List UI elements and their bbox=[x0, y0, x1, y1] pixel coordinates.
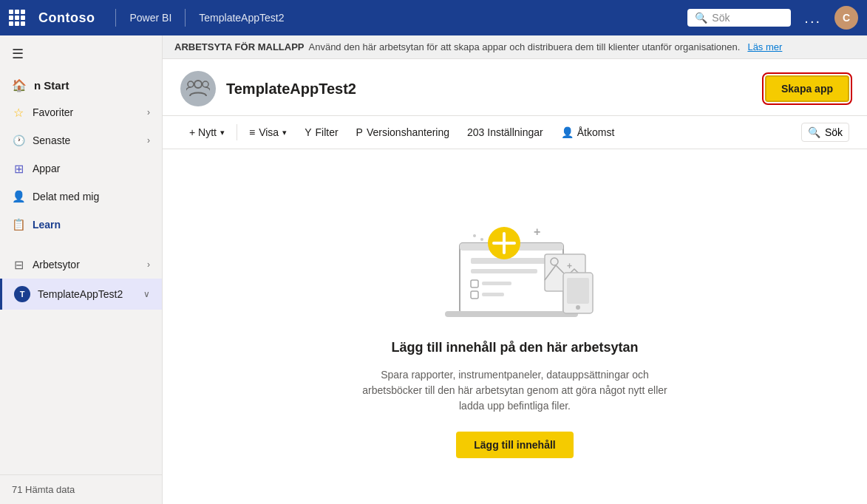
chevron-down-new-icon: ▾ bbox=[220, 128, 225, 137]
svg-rect-10 bbox=[482, 293, 504, 296]
workspace-header: TemplateAppTest2 Skapa app bbox=[163, 59, 867, 116]
chevron-right-favorites: › bbox=[147, 107, 150, 118]
sidebar-home-title: 🏠 n Start bbox=[0, 72, 162, 98]
toolbar-version-label: Versionshantering bbox=[367, 126, 449, 138]
sidebar-toggle-icon[interactable]: ☰ bbox=[0, 35, 162, 72]
toolbar-new-button[interactable]: + Nytt ▾ bbox=[180, 122, 234, 143]
sidebar-label-apps: Appar bbox=[33, 163, 60, 174]
svg-rect-5 bbox=[471, 258, 552, 264]
banner: ARBETSYTA FÖR MALLAPP Använd den här arb… bbox=[163, 35, 867, 59]
center-empty-state: + + Lägg till innehåll på den här arbets… bbox=[163, 149, 867, 504]
svg-rect-9 bbox=[482, 282, 511, 285]
sidebar-label-shared: Delat med mig bbox=[33, 191, 99, 202]
svg-point-16 bbox=[576, 305, 580, 310]
toolbar-access-button[interactable]: 👤 Åtkomst bbox=[552, 122, 624, 143]
version-icon: P bbox=[356, 126, 363, 138]
sidebar-item-apps[interactable]: ⊞ Appar bbox=[0, 154, 162, 183]
view-icon: ≡ bbox=[249, 126, 255, 138]
banner-text: Använd den här arbetsytan för att skapa … bbox=[309, 41, 741, 52]
sidebar-item-template[interactable]: T TemplateAppTest2 ∨ bbox=[0, 279, 162, 310]
template-icon: T bbox=[14, 286, 30, 302]
empty-state-title: Lägg till innehåll på den här arbetsytan bbox=[391, 340, 638, 355]
banner-link[interactable]: Läs mer bbox=[747, 41, 782, 52]
topnav-divider2 bbox=[185, 9, 186, 27]
toolbar-settings-label: 203 Inställningar bbox=[467, 126, 543, 138]
svg-point-2 bbox=[188, 81, 194, 87]
workspace-title: TemplateAppTest2 bbox=[226, 81, 356, 98]
toolbar-settings-button[interactable]: 203 Inställningar bbox=[458, 122, 552, 143]
get-data-label: 71 Hämta data bbox=[12, 484, 75, 495]
empty-state-description: Spara rapporter, instrumentpaneler, data… bbox=[360, 367, 670, 414]
toolbar-filter-button[interactable]: Y Filter bbox=[296, 122, 347, 143]
learn-icon: 📋 bbox=[12, 218, 25, 231]
toolbar-search-box[interactable]: 🔍 Sök bbox=[801, 123, 849, 142]
svg-rect-6 bbox=[471, 269, 537, 273]
svg-text:+: + bbox=[534, 225, 540, 238]
illustration: + + bbox=[419, 195, 611, 328]
topnav-search-placeholder: Sök bbox=[712, 12, 730, 24]
sidebar-item-recent[interactable]: 🕐 Senaste › bbox=[0, 126, 162, 154]
svg-rect-7 bbox=[471, 280, 478, 287]
topnav-search-box[interactable]: 🔍 Sök bbox=[687, 9, 791, 27]
workspace-avatar bbox=[180, 71, 216, 106]
access-icon: 👤 bbox=[561, 126, 574, 138]
toolbar-divider-1 bbox=[237, 124, 237, 140]
toolbar-version-button[interactable]: P Versionshantering bbox=[347, 122, 458, 143]
toolbar: + Nytt ▾ ≡ Visa ▾ Y Filter P Versionshan… bbox=[163, 116, 867, 149]
sidebar-label-learn: Learn bbox=[33, 219, 61, 231]
toolbar-filter-label: Filter bbox=[315, 126, 338, 138]
svg-point-1 bbox=[203, 81, 208, 87]
filter-icon: Y bbox=[305, 126, 311, 138]
workspace-name: TemplateAppTest2 bbox=[199, 12, 284, 24]
chevron-right-workspaces: › bbox=[147, 259, 150, 270]
main-content: ARBETSYTA FÖR MALLAPP Använd den här arb… bbox=[163, 35, 867, 504]
toolbar-view-label: Visa bbox=[259, 126, 279, 138]
toolbar-search-icon: 🔍 bbox=[808, 126, 820, 138]
svg-point-23 bbox=[473, 234, 476, 237]
svg-text:+: + bbox=[567, 261, 572, 271]
app-layout: ☰ 🏠 n Start ☆ Favoriter › 🕐 Senaste › ⊞ … bbox=[0, 35, 867, 504]
sidebar-item-workspaces[interactable]: ⊟ Arbetsytor › bbox=[0, 251, 162, 279]
chevron-down-view-icon: ▾ bbox=[282, 128, 287, 137]
toolbar-view-button[interactable]: ≡ Visa ▾ bbox=[240, 122, 296, 143]
apps-icon: ⊞ bbox=[12, 162, 25, 175]
sidebar-label-workspaces: Arbetsytor bbox=[33, 259, 80, 270]
chevron-right-recent: › bbox=[147, 135, 150, 146]
sidebar-label-favorites: Favoriter bbox=[33, 106, 73, 118]
topnav: Contoso Power BI TemplateAppTest2 🔍 Sök … bbox=[0, 0, 867, 35]
waffle-menu-icon[interactable] bbox=[9, 10, 25, 26]
favorites-icon: ☆ bbox=[12, 106, 25, 119]
home-icon: 🏠 bbox=[12, 78, 27, 92]
topnav-avatar[interactable]: C bbox=[834, 6, 858, 30]
topnav-search-icon: 🔍 bbox=[695, 12, 707, 24]
toolbar-search-label: Sök bbox=[825, 126, 843, 138]
svg-point-0 bbox=[194, 81, 202, 88]
sidebar-bottom: 71 Hämta data bbox=[0, 474, 162, 504]
sidebar-item-learn[interactable]: 📋 Learn bbox=[0, 211, 162, 239]
sidebar-item-shared[interactable]: 👤 Delat med mig bbox=[0, 183, 162, 211]
service-name: Power BI bbox=[129, 12, 171, 24]
toolbar-access-label: Åtkomst bbox=[577, 126, 615, 138]
skapa-app-button[interactable]: Skapa app bbox=[765, 75, 849, 102]
svg-rect-8 bbox=[471, 291, 478, 299]
lagg-till-button[interactable]: Lägg till innehåll bbox=[456, 432, 573, 458]
shared-icon: 👤 bbox=[12, 190, 25, 203]
toolbar-new-label: + Nytt bbox=[189, 126, 217, 138]
svg-point-22 bbox=[480, 238, 483, 241]
sidebar-label-recent: Senaste bbox=[33, 134, 70, 146]
sidebar-item-favorites[interactable]: ☆ Favoriter › bbox=[0, 98, 162, 126]
topnav-more-button[interactable]: ... bbox=[798, 7, 827, 30]
recent-icon: 🕐 bbox=[12, 134, 25, 147]
sidebar-label-template: TemplateAppTest2 bbox=[38, 288, 123, 300]
sidebar: ☰ 🏠 n Start ☆ Favoriter › 🕐 Senaste › ⊞ … bbox=[0, 35, 163, 504]
topnav-divider bbox=[115, 9, 116, 27]
workspaces-icon: ⊟ bbox=[12, 258, 25, 271]
chevron-down-template: ∨ bbox=[143, 289, 150, 299]
svg-rect-15 bbox=[567, 278, 589, 304]
svg-rect-11 bbox=[445, 311, 578, 317]
banner-label: ARBETSYTA FÖR MALLAPP bbox=[174, 41, 305, 52]
brand-name: Contoso bbox=[38, 10, 95, 26]
